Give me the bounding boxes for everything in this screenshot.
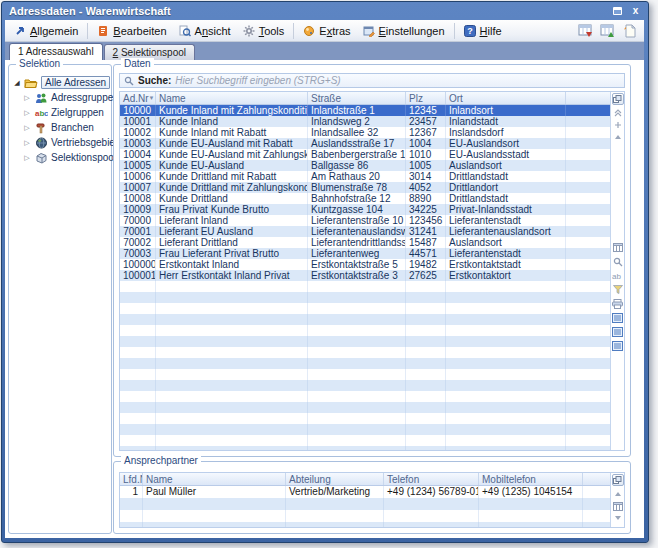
menu-separator <box>87 23 88 39</box>
table-row[interactable]: 10003Kunde EU-Ausland mit RabattAuslands… <box>120 138 610 149</box>
table-row[interactable]: 70002Lieferant DrittlandLieferantendritt… <box>120 237 610 248</box>
table-row[interactable]: 10004Kunde EU-Ausland mit Zahlungskondti… <box>120 149 610 160</box>
column-header-ort[interactable]: Ort <box>446 92 566 104</box>
table-row[interactable]: 10007Kunde Drittland mit Zahlungskonditi… <box>120 182 610 193</box>
scroll-plus-button[interactable] <box>612 119 624 131</box>
search-input[interactable]: Hier Suchbegriff eingeben (STRG+S) <box>175 75 340 86</box>
document-new-button[interactable] <box>621 23 638 39</box>
table-row[interactable]: 70003Frau Lieferant Privat BruttoLiefera… <box>120 248 610 259</box>
table-cell: 15487 <box>406 237 446 248</box>
table-cell <box>286 522 384 527</box>
table-row[interactable]: 10000Kunde Inland mit Zahlungskondition … <box>120 105 610 116</box>
table-cell <box>406 402 446 413</box>
column-header-telefon[interactable]: Telefon <box>384 473 479 485</box>
menu-ansicht[interactable]: Ansicht <box>173 23 237 39</box>
tree-item-adressgruppen[interactable]: ▷Adressgruppen <box>23 90 109 105</box>
table-row[interactable]: 10008Kunde DrittlandBahnhofstraße 128890… <box>120 193 610 204</box>
table-export-icon <box>600 24 615 38</box>
table-cell: Drittlandort <box>446 182 566 193</box>
tree-item-alle-adressen[interactable]: ◢Alle Adressen <box>13 75 109 90</box>
tree-item-selektionspools[interactable]: ▷Selektionspools <box>23 150 109 165</box>
table-row[interactable]: 10005Kunde EU-AuslandBallgasse 861005Aus… <box>120 160 610 171</box>
column-header-plz[interactable]: Plz <box>406 92 446 104</box>
table-cell <box>406 358 446 369</box>
table-cell: Erstkontaktstraße 5 <box>308 259 406 270</box>
column-header-name[interactable]: Name <box>143 473 286 485</box>
table-cell <box>156 446 308 450</box>
filter-button[interactable] <box>612 284 624 296</box>
table-cell: 70002 <box>120 237 156 248</box>
window-close-button[interactable]: x <box>628 4 643 17</box>
menu-tools[interactable]: Tools <box>237 23 291 39</box>
column-chooser-button[interactable] <box>612 474 624 486</box>
column-chooser-button[interactable] <box>612 93 624 105</box>
table-row[interactable]: 1Paul MüllerVertrieb/Marketing+49 (1234)… <box>120 486 610 498</box>
menu-bearbeiten[interactable]: Bearbeiten <box>91 23 172 39</box>
table-export-button[interactable] <box>599 23 616 39</box>
column-header-strae[interactable]: Straße <box>308 92 406 104</box>
table-cell <box>406 369 446 380</box>
layout-list-button[interactable] <box>612 340 624 352</box>
selection-group-title: Selektion <box>16 58 63 69</box>
menu-allgemein[interactable]: Allgemein <box>9 23 84 39</box>
expand-collapse-icon[interactable]: ◢ <box>13 79 21 87</box>
table-cell: 34225 <box>406 204 446 215</box>
table-cell <box>446 281 566 292</box>
table-cell <box>308 292 406 303</box>
expand-collapse-icon[interactable]: ▷ <box>23 139 31 147</box>
menu-separator <box>454 23 455 39</box>
table-row-empty <box>120 391 610 402</box>
tree-item-vertriebsgebiete[interactable]: ▷Vertriebsgebiete <box>23 135 109 150</box>
table-row[interactable]: 10006Kunde Drittland mit RabattAm Rathau… <box>120 171 610 182</box>
incremental-search-button[interactable]: ab <box>612 270 624 282</box>
table-cell <box>446 325 566 336</box>
column-header-lfdnr[interactable]: Lfd.Nr. <box>120 473 143 485</box>
extras-icon <box>303 25 315 37</box>
column-header-adnr[interactable]: Ad.Nr▼ <box>120 92 156 104</box>
table-cell: 12345 <box>406 105 446 116</box>
column-header-mobiltelefon[interactable]: Mobiltelefon <box>479 473 583 485</box>
columns-button[interactable] <box>612 500 624 512</box>
expand-collapse-icon[interactable]: ▷ <box>23 124 31 132</box>
layout-list-button[interactable] <box>612 326 624 338</box>
column-header-name[interactable]: Name <box>156 92 308 104</box>
expand-collapse-icon[interactable]: ▷ <box>23 154 31 162</box>
column-header-abteilung[interactable]: Abteilung <box>286 473 384 485</box>
table-cell <box>406 281 446 292</box>
window-restore-button[interactable] <box>610 4 625 17</box>
scroll-up-icon <box>614 134 622 140</box>
layout-list-button[interactable] <box>612 312 624 324</box>
scroll-up-button[interactable] <box>612 488 624 500</box>
tree-item-zielgruppen[interactable]: ▷abcZielgruppen <box>23 105 109 120</box>
expand-collapse-icon[interactable]: ▷ <box>23 109 31 117</box>
table-import-button[interactable] <box>577 23 594 39</box>
columns-button[interactable] <box>612 242 624 254</box>
menu-hilfe[interactable]: ?Hilfe <box>458 23 508 39</box>
table-row[interactable]: 10009Frau Privat Kunde BruttoKuntzgasse … <box>120 204 610 215</box>
menu-extras[interactable]: Extras <box>297 23 356 39</box>
column-header-label: Ad.Nr <box>123 93 149 104</box>
grid-search-button[interactable] <box>612 256 624 268</box>
table-row[interactable]: 100000Erstkontakt InlandErstkontaktstraß… <box>120 259 610 270</box>
table-row[interactable]: 100001Herr Erstkontakt Inland PrivatErst… <box>120 270 610 281</box>
table-cell-filler <box>566 182 610 193</box>
menu-einstellungen[interactable]: Einstellungen <box>357 23 451 39</box>
table-cell: Lieferantenweg <box>308 248 406 259</box>
table-row[interactable]: 10002Kunde Inland mit RabattInlandsallee… <box>120 127 610 138</box>
print-button[interactable] <box>612 298 624 310</box>
document-new-icon <box>623 24 636 38</box>
table-cell <box>156 380 308 391</box>
table-cell: 10008 <box>120 193 156 204</box>
scroll-down-button[interactable] <box>612 512 624 524</box>
scroll-top-button[interactable] <box>612 107 624 119</box>
tree-item-branchen[interactable]: ▷Branchen <box>23 120 109 135</box>
scroll-up-button[interactable] <box>612 131 624 143</box>
table-row[interactable]: 70001Lieferant EU AuslandLieferantenausl… <box>120 226 610 237</box>
table-row[interactable]: 70000Lieferant InlandLieferantenstraße 1… <box>120 215 610 226</box>
expand-collapse-icon[interactable]: ▷ <box>23 94 31 102</box>
table-cell-filler <box>566 160 610 171</box>
layout-list-icon <box>612 313 623 323</box>
search-bar[interactable]: Suche: Hier Suchbegriff eingeben (STRG+S… <box>119 73 625 88</box>
table-row[interactable]: 10001Kunde InlandInlandsweg 223457Inland… <box>120 116 610 127</box>
table-cell: 44571 <box>406 248 446 259</box>
